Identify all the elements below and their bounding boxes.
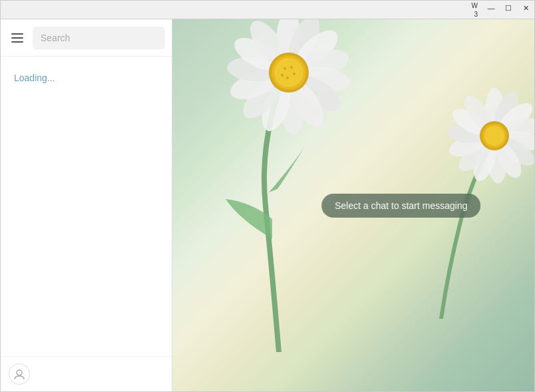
hamburger-line-1	[11, 33, 23, 35]
sidebar-footer	[1, 356, 172, 391]
svg-point-21	[286, 77, 289, 79]
daisy-left	[172, 19, 399, 352]
svg-point-18	[283, 67, 286, 70]
loading-indicator: Loading...	[1, 62, 172, 94]
select-chat-badge: Select a chat to start messaging	[321, 194, 480, 218]
app-window: W 3 — ☐ ✕ Loading...	[0, 0, 535, 392]
title-bar: W 3 — ☐ ✕	[1, 1, 534, 19]
svg-point-0	[17, 370, 22, 375]
svg-point-20	[293, 73, 295, 75]
chat-list: Loading...	[1, 57, 172, 356]
svg-point-19	[290, 66, 293, 69]
menu-button[interactable]	[9, 31, 26, 45]
hamburger-line-3	[11, 41, 23, 43]
title-info-line1: W	[472, 1, 478, 10]
search-input[interactable]	[33, 27, 165, 49]
window-controls: — ☐ ✕	[482, 1, 534, 15]
svg-point-22	[281, 74, 283, 77]
minimize-button[interactable]: —	[482, 1, 500, 15]
hamburger-line-2	[11, 37, 23, 39]
svg-point-39	[484, 126, 504, 146]
main-chat-area: Select a chat to start messaging	[172, 19, 534, 391]
title-bar-info: W 3	[472, 1, 478, 19]
avatar-icon	[13, 368, 25, 380]
maximize-button[interactable]: ☐	[500, 1, 517, 15]
background: Select a chat to start messaging	[172, 19, 534, 391]
close-button[interactable]: ✕	[517, 1, 534, 15]
sidebar-header	[1, 19, 172, 57]
app-body: Loading...	[1, 19, 534, 391]
title-info-line2: 3	[474, 10, 478, 19]
sidebar: Loading...	[1, 19, 172, 391]
svg-point-17	[274, 58, 303, 87]
avatar[interactable]	[9, 363, 30, 385]
